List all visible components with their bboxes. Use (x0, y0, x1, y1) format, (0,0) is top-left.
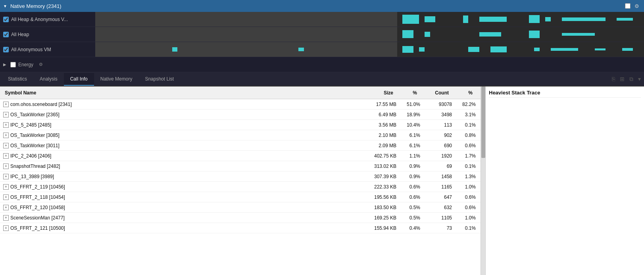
timeline-checkbox-all-heap-anon[interactable] (3, 17, 9, 22)
timeline-chart-all-anon-vm (95, 42, 644, 57)
timeline-label-all-anon-vm: All Anonymous VM (0, 47, 95, 52)
timeline-label-energy: ▶ Energy ⚙ (0, 61, 95, 68)
col-header-count[interactable]: Count (420, 90, 452, 96)
expand-icon-1[interactable]: + (3, 112, 9, 117)
panel-checkbox[interactable] (625, 3, 631, 9)
timeline-chart-all-heap-anon (95, 12, 644, 27)
table-row[interactable]: + OS_FFRT_2_119 [10456] 222.33 KB 0.6% 1… (0, 182, 481, 192)
cell-count-0: 93078 (423, 102, 455, 107)
header-icons: ⚙ (625, 2, 641, 10)
cell-symbol-1: + OS_TaskWorker [2365] (2, 112, 360, 117)
stack-trace-title: Heaviest Stack Trace (489, 90, 641, 98)
expand-icon-11[interactable]: + (3, 215, 9, 221)
table-row[interactable]: + OS_FFRT_2_120 [10458] 183.50 KB 0.5% 6… (0, 202, 481, 213)
timeline-checkbox-energy[interactable] (10, 62, 16, 67)
cell-pct-0: 51.0% (400, 102, 423, 107)
scrollbar-thumb[interactable] (481, 87, 485, 158)
expand-icon-9[interactable]: + (3, 194, 9, 200)
expand-icon-10[interactable]: + (3, 205, 9, 210)
stack-trace-panel: Heaviest Stack Trace (485, 87, 644, 275)
timeline-row-all-heap-anon: All Heap & Anonymous V... (0, 12, 644, 27)
table-section: Symbol Name Size % Count % + com.ohos.sc… (0, 87, 481, 275)
table-row[interactable]: + IPC_2_2406 [2406] 402.75 KB 1.1% 1920 … (0, 151, 481, 161)
timeline-panel: All Heap & Anonymous V... All Heap (0, 12, 644, 72)
panel-title: Native Memory (2341) (10, 3, 622, 9)
table-row[interactable]: + SceneSessionMan [2477] 169.25 KB 0.5% … (0, 213, 481, 223)
cell-size-0: 17.55 MB (360, 102, 400, 107)
expand-icon-12[interactable]: + (3, 225, 9, 231)
expand-icon-2[interactable]: + (3, 122, 9, 128)
cell-symbol-0: + com.ohos.sceneboard [2341] (2, 102, 360, 107)
table-row[interactable]: + OS_TaskWorker [3085] 2.10 MB 6.1% 902 … (0, 130, 481, 140)
col-header-symbol[interactable]: Symbol Name (2, 90, 357, 96)
tab-call-info[interactable]: Call Info (64, 73, 94, 86)
table-row[interactable]: + OS_FFRT_2_121 [10500] 155.94 KB 0.4% 7… (0, 223, 481, 233)
tab-snapshot-list[interactable]: Snapshot List (138, 73, 180, 86)
col-header-pct[interactable]: % (396, 90, 420, 96)
expand-icon[interactable]: ▾ (636, 75, 642, 83)
tab-native-memory[interactable]: Native Memory (94, 73, 139, 86)
timeline-row-all-anon-vm: All Anonymous VM (0, 42, 644, 57)
timeline-label-all-heap-anon: All Heap & Anonymous V... (0, 17, 95, 22)
timeline-chart-all-heap (95, 27, 644, 42)
timeline-row-energy: ▶ Energy ⚙ (0, 57, 644, 72)
tab-action-icons: ⎘ ⊞ ⧉ ▾ (610, 75, 642, 83)
expand-icon-6[interactable]: + (3, 163, 9, 169)
tab-statistics[interactable]: Statistics (2, 73, 33, 86)
export-icon[interactable]: ⎘ (610, 75, 617, 83)
table-row[interactable]: + IPC_13_3989 [3989] 307.39 KB 0.9% 1458… (0, 171, 481, 182)
table-scrollbar[interactable] (481, 87, 485, 275)
table-header: Symbol Name Size % Count % (0, 87, 481, 99)
timeline-chart-energy (95, 57, 644, 72)
table-row[interactable]: + OS_FFRT_2_118 [10454] 195.56 KB 0.6% 6… (0, 192, 481, 202)
cell-pct2-0: 82.2% (455, 102, 479, 107)
expand-icon-5[interactable]: + (3, 153, 9, 159)
expand-icon-3[interactable]: + (3, 133, 9, 138)
tab-analysis[interactable]: Analysis (33, 73, 64, 86)
collapse-arrow[interactable]: ▼ (3, 4, 7, 8)
table-row[interactable]: + SnapshotThread [2482] 313.02 KB 0.9% 6… (0, 161, 481, 171)
main-content: Symbol Name Size % Count % + com.ohos.sc… (0, 87, 644, 275)
top-header: ▼ Native Memory (2341) ⚙ (0, 0, 644, 12)
table-row[interactable]: + OS_TaskWorker [3011] 2.09 MB 6.1% 690 … (0, 140, 481, 151)
timeline-row-all-heap: All Heap (0, 27, 644, 42)
energy-settings-icon[interactable]: ⚙ (37, 61, 44, 68)
table-body: + com.ohos.sceneboard [2341] 17.55 MB 51… (0, 99, 481, 275)
tab-bar: Statistics Analysis Call Info Native Mem… (0, 72, 644, 87)
expand-icon-8[interactable]: + (3, 184, 9, 190)
col-header-size[interactable]: Size (357, 90, 396, 96)
table-row[interactable]: + OS_TaskWorker [2365] 6.49 MB 18.9% 349… (0, 110, 481, 120)
timeline-checkbox-all-anon-vm[interactable] (3, 47, 9, 52)
expand-icon-7[interactable]: + (3, 174, 9, 179)
expand-icon-0[interactable]: + (3, 102, 9, 107)
layout-icon[interactable]: ⊞ (618, 75, 626, 83)
timeline-label-all-heap: All Heap (0, 32, 95, 37)
filter-icon[interactable]: ⧉ (628, 75, 635, 83)
table-row[interactable]: + com.ohos.sceneboard [2341] 17.55 MB 51… (0, 99, 481, 110)
timeline-checkbox-all-heap[interactable] (3, 32, 9, 37)
expand-icon-4[interactable]: + (3, 143, 9, 148)
col-header-pct2[interactable]: % (452, 90, 476, 96)
settings-icon[interactable]: ⚙ (633, 2, 641, 10)
table-row[interactable]: + IPC_5_2485 [2485] 3.56 MB 10.4% 113 0.… (0, 120, 481, 130)
